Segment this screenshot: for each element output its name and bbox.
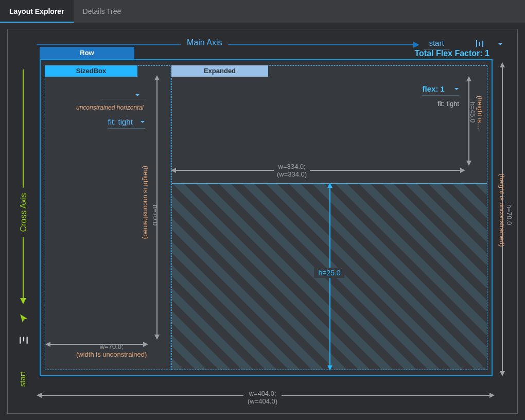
sizedbox-widget[interactable]: SizedBox unconstrained horizontal fit: t…: [45, 65, 170, 370]
cross-axis-label: Cross Axis: [19, 188, 28, 237]
sizedbox-unconstrained-label: unconstrained horizontal: [76, 104, 144, 111]
sizedbox-height-note: (height is unconstrained): [142, 166, 150, 239]
expanded-flex-value: flex: 1: [422, 84, 444, 93]
expanded-widget[interactable]: Expanded flex: 1 fit: tight w=334.0; (w=…: [171, 65, 487, 370]
cross-axis-header: Cross Axis start: [16, 69, 31, 387]
expanded-fit-label: fit: tight: [437, 100, 459, 108]
expanded-height-note: (height is…: [476, 96, 484, 130]
row-width-value: w=404.0; (w=404.0): [243, 390, 282, 405]
main-axis-alignment-dropdown[interactable]: start: [424, 39, 449, 50]
sizedbox-width-value: w=70.0; (width is unconstrained): [76, 343, 147, 358]
expanded-width-value: w=334.0; (w=334.0): [274, 163, 310, 178]
chevron-down-icon: [454, 84, 459, 93]
free-space-region: h=25.0: [172, 183, 487, 370]
main-axis-alignment-chevron-icon[interactable]: [498, 40, 503, 49]
sizedbox-fit-value: fit: tight: [108, 117, 132, 126]
cross-axis-arrow: [23, 69, 24, 299]
main-axis-label: Main Axis: [181, 38, 228, 47]
expanded-flex-dropdown[interactable]: flex: 1: [422, 84, 459, 96]
main-axis-alignment-icon: [472, 39, 487, 49]
cross-axis-alignment-dropdown[interactable]: start: [18, 372, 27, 387]
sizedbox-widget-label: SizedBox: [45, 65, 137, 77]
chevron-down-icon: [140, 117, 145, 126]
total-flex-factor: Total Flex Factor: 1: [414, 49, 489, 58]
row-widget-label: Row: [40, 47, 134, 59]
cross-axis-alignment-icon: [19, 335, 29, 345]
expanded-widget-label: Expanded: [171, 65, 268, 77]
cross-axis-cursor-icon: [18, 312, 30, 325]
row-height-note: (height is unconstrained): [498, 173, 506, 247]
free-space-height-value: h=25.0: [314, 268, 344, 278]
sizedbox-flex-underline: [100, 99, 146, 99]
layout-explorer-panel: Main Axis start Cross Axis: [7, 29, 518, 414]
row-widget[interactable]: Row Total Flex Factor: 1 SizedBox uncons…: [40, 59, 493, 376]
tab-layout-explorer[interactable]: Layout Explorer: [0, 0, 74, 23]
row-height-value: h=70.0: [505, 204, 513, 225]
expanded-height-value: h=45.0: [469, 102, 477, 122]
tab-bar: Layout Explorer Details Tree: [0, 0, 525, 23]
tab-details-tree[interactable]: Details Tree: [74, 0, 131, 23]
sizedbox-fit-dropdown[interactable]: fit: tight: [108, 117, 145, 129]
expanded-width-arrow: [175, 170, 461, 171]
sizedbox-height-value: h=70.0: [151, 205, 159, 225]
